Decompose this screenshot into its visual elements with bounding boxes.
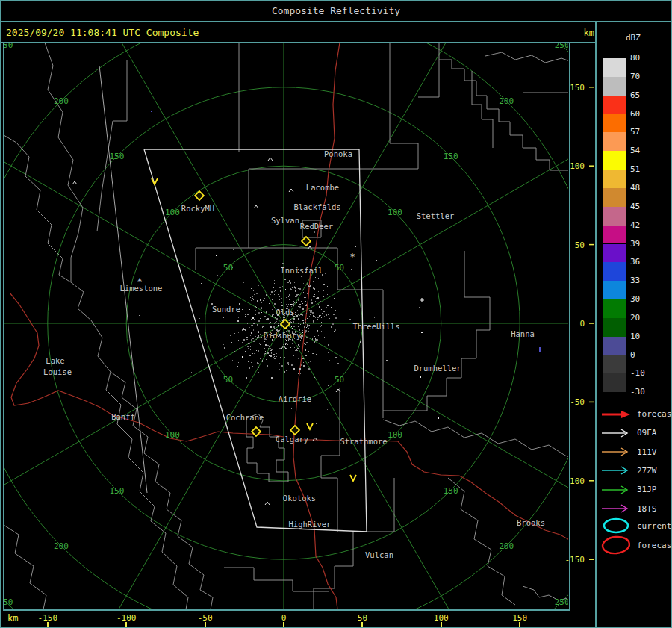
scale-value-label: 36 <box>630 258 640 267</box>
map-markers: ** <box>72 111 541 505</box>
city-label-innisfail: Innisfail <box>281 266 323 275</box>
caret-icon <box>72 181 77 184</box>
legend-panel: dBZ 807065605754514845423936333020100-10… <box>596 0 672 628</box>
caret-icon <box>254 205 258 208</box>
legend-arrow-icon <box>600 408 633 421</box>
caret-icon <box>289 189 293 192</box>
radar-app: 5050505010010010010015015015015020020020… <box>0 0 672 628</box>
scale-swatch <box>603 244 626 263</box>
legend-item-label: 09EA <box>637 428 657 438</box>
dot-icon <box>242 356 243 358</box>
city-label-sylvan: Sylvan <box>271 216 299 225</box>
city-label-lake: Lake <box>46 356 64 365</box>
frame-top <box>0 0 672 1</box>
frame-map-bottom <box>3 609 570 611</box>
legend-item-label: forecast <box>637 541 672 550</box>
legend-item-31JP-4: 31JP <box>600 482 657 497</box>
city-label-rockymh: RockyMH <box>181 204 214 213</box>
dot-icon <box>421 332 423 333</box>
city-label-olds: Olds <box>276 308 294 317</box>
window-title: Composite_Reflectivity <box>272 5 400 16</box>
frame-title-sep <box>0 21 672 22</box>
city-label-cochrane: Cochrane <box>226 413 264 422</box>
title-bar: Composite_Reflectivity <box>0 0 672 21</box>
scale-value-label: 54 <box>630 146 640 155</box>
city-label-didsbury: Didsbury <box>264 331 302 340</box>
asterisk-icon: * <box>137 276 142 287</box>
v-arrow-icon <box>307 423 313 429</box>
legend-item-forecast-0: forecast <box>600 406 672 421</box>
city-label-hanna: Hanna <box>511 329 535 338</box>
frame-info-sep <box>0 42 597 43</box>
scale-title: dBZ <box>626 33 641 43</box>
city-label-louise: Louise <box>43 367 72 376</box>
legend-arrow-icon <box>600 426 633 440</box>
scale-value-label: 51 <box>630 165 640 174</box>
timestamp-label: 2025/09/20 11:08:41 UTC Composite <box>6 27 199 38</box>
svg-text:150: 150 <box>109 486 124 496</box>
scale-value-label: 48 <box>630 184 640 193</box>
svg-text:250: 250 <box>0 597 13 607</box>
legend-ellipse-icon <box>600 515 633 536</box>
svg-text:200: 200 <box>54 96 69 106</box>
legend-item-label: forecast <box>637 409 672 419</box>
scale-value-label: 57 <box>630 128 640 137</box>
blue-dot-icon <box>151 111 152 112</box>
city-label-highriver: HighRiver <box>289 520 332 529</box>
legend-item-27ZW-3: 27ZW <box>600 463 657 478</box>
scale-value-label: 70 <box>630 72 640 81</box>
scale-value-label: 0 <box>630 351 635 360</box>
map-layer: 5050505010010010010015015015015020020020… <box>0 0 672 628</box>
right-axis-label: 150 <box>570 83 585 93</box>
frame-panel-divider <box>595 22 597 628</box>
frame-map-right <box>569 43 570 610</box>
scale-value-label: 20 <box>630 314 640 323</box>
scale-swatch <box>603 226 626 244</box>
bottom-axis-unit: km <box>7 613 18 624</box>
v-arrow-icon <box>350 475 356 481</box>
info-bar: 2025/09/20 11:08:41 UTC Composite km <box>0 22 672 43</box>
svg-text:50: 50 <box>335 375 344 385</box>
svg-text:100: 100 <box>165 208 180 217</box>
aircraft-diamond-icon <box>302 237 311 246</box>
city-label-blackfalds: Blackfalds <box>293 202 340 211</box>
caret-icon <box>268 158 273 161</box>
city-label-lacombe: Lacombe <box>306 183 339 192</box>
caret-icon <box>265 502 270 505</box>
scale-value-label: 80 <box>630 54 640 63</box>
dot-icon <box>420 376 421 378</box>
scale-value-label: 45 <box>630 202 640 211</box>
svg-text:150: 150 <box>444 152 458 161</box>
aircraft-diamond-icon <box>252 427 261 436</box>
svg-text:100: 100 <box>388 430 402 440</box>
city-label-sundre: Sundre <box>212 305 240 314</box>
city-label-drumheller: Drumheller <box>414 364 461 373</box>
scale-swatch <box>603 77 626 96</box>
scale-value-label: 65 <box>630 91 640 100</box>
frame-map-left <box>3 43 4 610</box>
legend-item-label: 111V <box>637 447 657 457</box>
svg-text:100: 100 <box>165 430 180 440</box>
scale-value-label: 42 <box>630 221 640 230</box>
scale-swatch <box>603 151 626 170</box>
city-label-reddeer: RedDeer <box>300 222 333 231</box>
legend-item-label: 27ZW <box>637 466 657 476</box>
svg-text:150: 150 <box>109 152 124 161</box>
city-label-stettler: Stettler <box>417 211 455 220</box>
legend-item-current-6: current <box>600 515 671 536</box>
scale-swatch <box>603 114 626 133</box>
legend-item-111V-2: 111V <box>600 444 657 459</box>
scale-value-label: 33 <box>630 276 640 285</box>
scale-swatch <box>603 262 626 281</box>
scale-swatch <box>603 337 626 355</box>
city-label-strathmore: Strathmore <box>340 437 387 446</box>
right-axis-label: -50 <box>570 397 585 407</box>
legend-arrow-icon <box>600 483 633 497</box>
aircraft-diamond-icon <box>290 426 299 435</box>
bottom-axis: km -150-100-50050100150 <box>0 611 595 628</box>
scale-value-label: -10 <box>630 369 645 378</box>
scale-swatch <box>603 299 626 318</box>
right-axis-label: 50 <box>575 240 585 250</box>
scale-swatch <box>603 170 626 188</box>
scale-swatch <box>603 132 626 151</box>
